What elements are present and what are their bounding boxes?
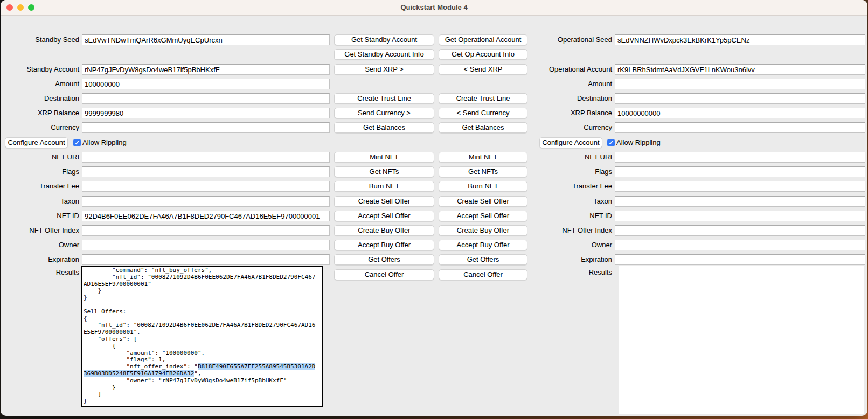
standby-results-label: Results	[1, 267, 79, 278]
standby-create-trust-line-button[interactable]: Create Trust Line	[334, 93, 434, 104]
standby-account-field[interactable]	[82, 64, 330, 75]
op-currency-label: Currency	[488, 122, 612, 133]
standby-get-balances-button[interactable]: Get Balances	[334, 122, 434, 133]
standby-expiration-label: Expiration	[1, 254, 79, 265]
op-owner-field[interactable]	[615, 240, 865, 250]
op-allow-rippling-checkbox[interactable]: ✓	[607, 139, 615, 146]
op-nft-uri-label: NFT URI	[488, 152, 612, 163]
standby-amount-label: Amount	[1, 79, 79, 89]
op-flags-field[interactable]	[615, 166, 865, 177]
standby-taxon-field[interactable]	[82, 196, 330, 207]
operational-seed-field[interactable]	[615, 34, 865, 45]
standby-accept-buy-offer-button[interactable]: Accept Buy Offer	[334, 240, 434, 250]
app-window: Quickstart Module 4 Standby Seed Standby…	[1, 0, 867, 416]
standby-nft-id-field[interactable]	[82, 211, 330, 221]
results-text-before: "command": "nft_buy_offers", "nft_id": "…	[84, 267, 315, 370]
op-owner-label: Owner	[488, 240, 612, 250]
standby-taxon-label: Taxon	[1, 196, 79, 207]
get-standby-account-button[interactable]: Get Standby Account	[334, 34, 434, 45]
op-destination-label: Destination	[488, 93, 612, 104]
standby-burn-nft-button[interactable]: Burn NFT	[334, 181, 434, 192]
standby-seed-field[interactable]	[82, 34, 330, 45]
op-currency-field[interactable]	[615, 122, 865, 133]
op-nft-offer-index-label: NFT Offer Index	[488, 225, 612, 236]
get-op-account-info-button[interactable]: Get Op Account Info	[439, 49, 527, 60]
standby-account-label: Standby Account	[1, 64, 79, 75]
standby-owner-label: Owner	[1, 240, 79, 250]
standby-owner-field[interactable]	[82, 240, 330, 250]
operational-account-label: Operational Account	[488, 64, 612, 75]
standby-transfer-fee-field[interactable]	[82, 181, 330, 192]
standby-get-nfts-button[interactable]: Get NFTs	[334, 166, 434, 177]
standby-get-offers-button[interactable]: Get Offers	[334, 254, 434, 265]
operational-account-field[interactable]	[615, 64, 865, 75]
op-nft-id-field[interactable]	[615, 211, 865, 221]
standby-nft-offer-index-label: NFT Offer Index	[1, 225, 79, 236]
op-destination-field[interactable]	[615, 93, 865, 104]
standby-nft-offer-index-field[interactable]	[82, 225, 330, 236]
op-results-label: Results	[488, 267, 612, 278]
standby-accept-sell-offer-button[interactable]: Accept Sell Offer	[334, 211, 434, 221]
standby-flags-field[interactable]	[82, 166, 330, 177]
standby-create-buy-offer-button[interactable]: Create Buy Offer	[334, 225, 434, 236]
standby-mint-nft-button[interactable]: Mint NFT	[334, 152, 434, 163]
standby-currency-label: Currency	[1, 122, 79, 133]
standby-results-textarea[interactable]: "command": "nft_buy_offers", "nft_id": "…	[81, 266, 323, 407]
get-standby-account-info-button[interactable]: Get Standby Account Info	[334, 49, 434, 60]
standby-nft-id-label: NFT ID	[1, 211, 79, 221]
standby-expiration-field[interactable]	[82, 254, 330, 265]
op-nft-id-label: NFT ID	[488, 211, 612, 221]
standby-nft-uri-label: NFT URI	[1, 152, 79, 163]
send-currency-right-button[interactable]: Send Currency >	[334, 108, 434, 118]
standby-transfer-fee-label: Transfer Fee	[1, 181, 79, 192]
op-expiration-label: Expiration	[488, 254, 612, 265]
op-xrp-balance-label: XRP Balance	[488, 108, 612, 118]
standby-cancel-offer-button[interactable]: Cancel Offer	[334, 269, 434, 280]
op-results-textarea[interactable]	[619, 266, 864, 414]
standby-currency-field[interactable]	[82, 122, 330, 133]
op-results-text	[619, 266, 864, 267]
op-xrp-balance-field[interactable]	[615, 108, 865, 118]
standby-seed-label: Standby Seed	[1, 34, 79, 45]
op-configure-account-button[interactable]: Configure Account	[539, 137, 602, 148]
checkmark-icon: ✓	[74, 139, 79, 146]
window-title: Quickstart Module 4	[1, 0, 867, 15]
op-amount-field[interactable]	[615, 79, 865, 89]
op-flags-label: Flags	[488, 166, 612, 177]
standby-xrp-balance-field[interactable]	[82, 108, 330, 118]
standby-create-sell-offer-button[interactable]: Create Sell Offer	[334, 196, 434, 207]
standby-flags-label: Flags	[1, 166, 79, 177]
standby-nft-uri-field[interactable]	[82, 152, 330, 163]
checkmark-icon: ✓	[608, 139, 613, 146]
main-content: Standby Seed Standby Account Amount Dest…	[1, 16, 867, 416]
op-transfer-fee-field[interactable]	[615, 181, 865, 192]
standby-allow-rippling-checkbox[interactable]: ✓	[73, 139, 81, 146]
op-expiration-field[interactable]	[615, 254, 865, 265]
op-nft-offer-index-field[interactable]	[615, 225, 865, 236]
standby-xrp-balance-label: XRP Balance	[1, 108, 79, 118]
title-bar: Quickstart Module 4	[1, 0, 867, 16]
standby-amount-field[interactable]	[82, 79, 330, 89]
standby-allow-rippling-label: Allow Rippling	[82, 137, 127, 148]
standby-destination-field[interactable]	[82, 93, 330, 104]
op-taxon-field[interactable]	[615, 196, 865, 207]
op-taxon-label: Taxon	[488, 196, 612, 207]
op-nft-uri-field[interactable]	[615, 152, 865, 163]
standby-configure-account-button[interactable]: Configure Account	[5, 137, 68, 148]
op-amount-label: Amount	[488, 79, 612, 89]
send-xrp-right-button[interactable]: Send XRP >	[334, 64, 434, 75]
standby-destination-label: Destination	[1, 93, 79, 104]
op-allow-rippling-label: Allow Rippling	[616, 137, 661, 148]
op-transfer-fee-label: Transfer Fee	[488, 181, 612, 192]
operational-seed-label: Operational Seed	[488, 34, 612, 45]
